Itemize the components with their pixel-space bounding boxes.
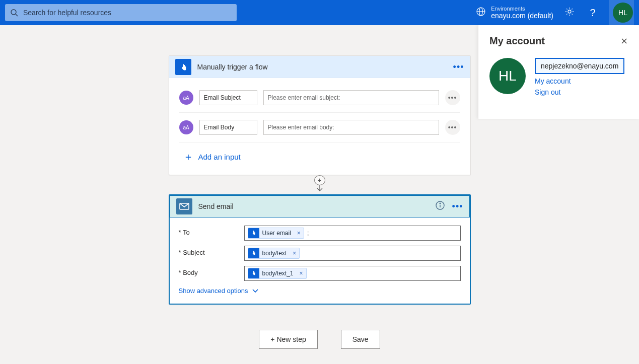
new-step-button[interactable]: + New step (259, 330, 317, 349)
search-box[interactable] (5, 4, 237, 21)
param-label: * Body (179, 266, 239, 276)
svg-point-0 (11, 10, 16, 15)
insert-step-button[interactable]: + (314, 175, 325, 185)
param-label: * To (179, 226, 239, 236)
sign-out-link[interactable]: Sign out (535, 88, 624, 96)
to-suffix: ; (307, 230, 309, 237)
panel-title: My account (489, 35, 545, 47)
param-row-subject: * Subject body/text × (179, 246, 461, 261)
input-row-more[interactable]: ••• (445, 120, 460, 135)
param-row-body: * Body body/text_1 × (179, 266, 461, 281)
chevron-down-icon (252, 287, 258, 295)
param-row-to: * To User email × ; (179, 226, 461, 241)
action-title: Send email (198, 202, 429, 210)
action-card: Send email ••• * To User email × ; (169, 194, 471, 305)
account-button[interactable]: HL (609, 0, 634, 25)
svg-line-1 (16, 14, 18, 16)
mail-icon (176, 198, 192, 214)
body-input[interactable]: body/text_1 × (244, 266, 461, 281)
close-panel-button[interactable]: ✕ (620, 36, 628, 47)
token-label: body/text (259, 250, 290, 257)
search-input[interactable] (23, 9, 232, 17)
topbar-right: Environments enayu.com (default) ? HL (476, 0, 634, 25)
advanced-label: Show advanced options (179, 287, 248, 295)
environment-name: enayu.com (default) (491, 12, 553, 20)
arrow-down-icon (316, 184, 323, 194)
token-label: User email (259, 230, 294, 237)
settings-button[interactable] (562, 6, 577, 20)
token-user-email[interactable]: User email × (248, 228, 304, 239)
svg-point-10 (440, 203, 441, 204)
my-account-panel: My account ✕ HL nepjezekno@enayu.com My … (478, 25, 639, 119)
touch-icon (248, 268, 259, 279)
question-icon: ? (590, 7, 595, 19)
info-button[interactable] (435, 200, 445, 212)
environment-picker[interactable]: Environments enayu.com (default) (476, 6, 553, 20)
param-label: * Subject (179, 246, 239, 256)
add-input-label: Add an input (198, 153, 241, 161)
help-button[interactable]: ? (586, 6, 600, 20)
gear-icon (564, 7, 575, 19)
avatar-large: HL (489, 58, 526, 94)
input-value-box[interactable]: Please enter email subject: (263, 90, 439, 105)
svg-point-5 (568, 10, 571, 13)
token-remove[interactable]: × (297, 270, 306, 277)
trigger-header[interactable]: Manually trigger a flow ••• (169, 56, 470, 78)
bottom-buttons: + New step Save (259, 330, 380, 349)
action-more-button[interactable]: ••• (452, 202, 463, 211)
account-email[interactable]: nepjezekno@enayu.com (535, 58, 624, 74)
touch-icon (248, 228, 259, 239)
to-input[interactable]: User email × ; (244, 226, 461, 241)
globe-icon (476, 7, 486, 19)
token-body-text-1[interactable]: body/text_1 × (248, 268, 307, 279)
trigger-input-row: aA Email Body Please enter email body: •… (179, 113, 460, 142)
action-header[interactable]: Send email ••• (170, 195, 470, 217)
token-body-text[interactable]: body/text × (248, 248, 300, 259)
add-input-button[interactable]: ＋ Add an input (179, 142, 460, 165)
touch-icon (248, 248, 259, 259)
search-icon (10, 9, 18, 17)
trigger-body: aA Email Subject Please enter email subj… (169, 78, 470, 175)
input-label-box[interactable]: Email Body (199, 120, 257, 135)
email-text: nepjezekno@enayu.com (541, 62, 618, 70)
connector: + (314, 175, 325, 194)
plus-icon: ＋ (183, 152, 193, 162)
trigger-title: Manually trigger a flow (197, 63, 447, 71)
trigger-more-button[interactable]: ••• (453, 62, 464, 71)
subject-input[interactable]: body/text × (244, 246, 461, 261)
input-value-box[interactable]: Please enter email body: (263, 120, 439, 135)
action-body: * To User email × ; * Subject body/text (170, 217, 470, 304)
top-bar: Environments enayu.com (default) ? HL (0, 0, 639, 25)
text-type-icon: aA (179, 91, 193, 105)
environment-text: Environments enayu.com (default) (491, 6, 553, 20)
show-advanced-options[interactable]: Show advanced options (179, 287, 461, 295)
my-account-link[interactable]: My account (535, 77, 624, 85)
input-row-more[interactable]: ••• (445, 90, 460, 105)
token-label: body/text_1 (259, 270, 297, 277)
token-remove[interactable]: × (294, 230, 304, 237)
environment-label: Environments (491, 6, 553, 12)
trigger-icon (175, 59, 191, 75)
token-remove[interactable]: × (290, 250, 299, 257)
input-label-box[interactable]: Email Subject (199, 90, 257, 105)
avatar-small: HL (613, 3, 633, 23)
trigger-card: Manually trigger a flow ••• aA Email Sub… (169, 55, 471, 175)
save-button[interactable]: Save (341, 330, 380, 349)
text-type-icon: aA (179, 120, 193, 134)
trigger-input-row: aA Email Subject Please enter email subj… (179, 83, 460, 113)
